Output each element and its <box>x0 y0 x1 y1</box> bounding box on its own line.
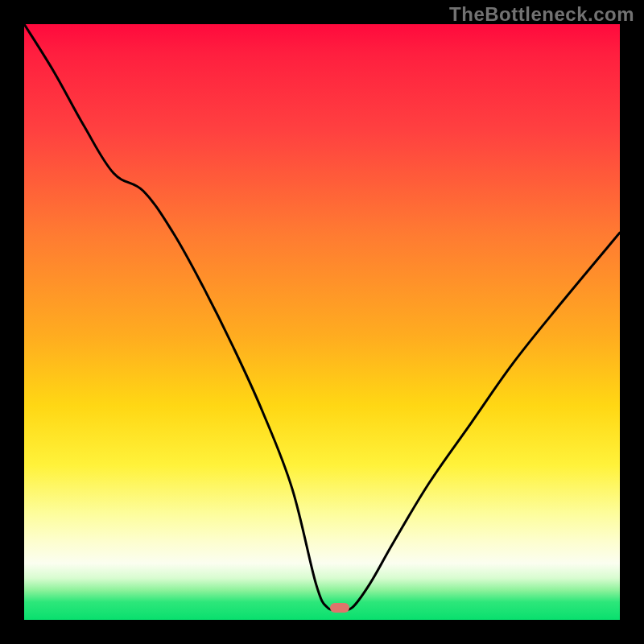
bottleneck-curve <box>24 24 620 620</box>
watermark-text: TheBottleneck.com <box>449 3 634 26</box>
plot-area <box>24 24 620 620</box>
chart-frame: TheBottleneck.com <box>0 0 644 644</box>
optimal-point-marker <box>330 603 349 613</box>
